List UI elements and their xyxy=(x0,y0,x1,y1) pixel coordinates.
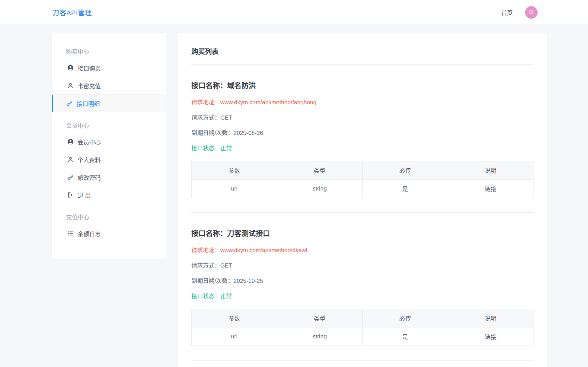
page-title: 购买列表 xyxy=(191,46,534,56)
title-divider xyxy=(191,64,534,65)
request-url-value: www.dkym.com/api/method/dkewl xyxy=(220,247,307,254)
col-type: 类型 xyxy=(277,309,363,327)
sidebar-item-api-purchase[interactable]: 接口购买 xyxy=(52,59,166,77)
api-expire: 到期日期/次数：2025-10-25 xyxy=(191,276,534,285)
cell-required: 是 xyxy=(363,327,448,346)
api-request-method: 请求方式：GET xyxy=(191,261,534,269)
expire-value: 2025-08-26 xyxy=(234,130,263,136)
param-table: 参数 类型 必传 说明 url string 是 链接 xyxy=(191,161,534,198)
col-param: 参数 xyxy=(192,161,277,180)
cell-type: string xyxy=(277,180,363,198)
col-param: 参数 xyxy=(192,309,277,327)
api-name-label: 接口名称： xyxy=(191,81,227,89)
status-value: 正常 xyxy=(220,293,232,300)
sidebar-section-purchase-center: 购买中心 xyxy=(52,38,166,59)
user-circle-icon xyxy=(67,64,74,71)
sidebar-item-logout[interactable]: 退 出 xyxy=(52,186,166,204)
key-icon xyxy=(67,174,74,181)
sidebar-item-label: 卡密充值 xyxy=(78,81,101,90)
header-right: 首页 D xyxy=(501,6,538,19)
expire-value: 2025-10-25 xyxy=(234,278,263,284)
sidebar: 购买中心 接口购买 卡密充值 接口明细 会员中心 会员中心 xyxy=(52,33,166,259)
sidebar-item-api-detail[interactable]: 接口明细 xyxy=(52,94,166,112)
sidebar-item-profile[interactable]: 个人资料 xyxy=(52,151,166,168)
sidebar-item-label: 个人资料 xyxy=(78,155,101,164)
api-status: 接口状态：正常 xyxy=(191,291,534,300)
api-request-url: 请求地址：www.dkym.com/api/method/dkewl xyxy=(191,245,534,254)
request-method-label: 请求方式： xyxy=(191,262,220,269)
col-type: 类型 xyxy=(277,161,363,180)
col-desc: 说明 xyxy=(448,309,534,327)
param-table: 参数 类型 必传 说明 url string 是 链接 xyxy=(191,309,534,346)
status-label: 接口状态： xyxy=(191,145,220,152)
purchase-list-card: 购买列表 接口名称：域名防洪 请求地址：www.dkym.com/api/met… xyxy=(178,33,547,367)
request-method-label: 请求方式： xyxy=(191,114,220,121)
api-name-value: 域名防洪 xyxy=(227,81,256,89)
expire-label: 到期日期/次数： xyxy=(191,278,234,284)
api-name: 接口名称：域名防洪 xyxy=(191,80,534,90)
request-url-value: www.dkym.com/api/method/fanghong xyxy=(220,99,317,106)
expire-label: 到期日期/次数： xyxy=(191,130,234,136)
api-block-dkewl: 接口名称：刀客测试接口 请求地址：www.dkym.com/api/method… xyxy=(191,228,534,361)
api-name-label: 接口名称： xyxy=(191,229,227,237)
sidebar-section-member-center: 会员中心 xyxy=(52,112,166,133)
request-method-value: GET xyxy=(220,262,232,269)
api-status: 接口状态：正常 xyxy=(191,143,534,152)
api-request-url: 请求地址：www.dkym.com/api/method/fanghong xyxy=(191,97,534,106)
sidebar-item-label: 接口明细 xyxy=(77,99,100,108)
block-divider xyxy=(191,212,534,213)
sidebar-item-change-password[interactable]: 修改密码 xyxy=(52,168,166,186)
col-required: 必传 xyxy=(363,161,448,180)
api-block-fanghong: 接口名称：域名防洪 请求地址：www.dkym.com/api/method/f… xyxy=(191,80,534,213)
cell-desc: 链接 xyxy=(448,327,534,346)
sidebar-item-balance-log[interactable]: 余额日志 xyxy=(52,225,166,242)
sidebar-item-label: 退 出 xyxy=(78,191,91,199)
user-circle-icon xyxy=(67,138,74,145)
list-icon xyxy=(67,230,74,237)
api-name-value: 刀客测试接口 xyxy=(227,229,270,237)
api-expire: 到期日期/次数：2025-08-26 xyxy=(191,128,534,137)
api-name: 接口名称：刀客测试接口 xyxy=(191,228,534,238)
cell-desc: 链接 xyxy=(448,180,534,198)
status-label: 接口状态： xyxy=(191,293,220,300)
user-outline-icon xyxy=(67,82,74,89)
sign-out-icon xyxy=(67,192,74,198)
col-required: 必传 xyxy=(363,309,448,327)
request-url-label: 请求地址： xyxy=(191,99,220,106)
user-outline-icon xyxy=(67,156,74,163)
cell-type: string xyxy=(277,327,363,346)
param-table-header-row: 参数 类型 必传 说明 xyxy=(192,309,534,327)
user-avatar[interactable]: D xyxy=(525,6,538,19)
block-divider xyxy=(191,360,534,361)
top-header: 刀客API管理 首页 D xyxy=(0,0,588,25)
sidebar-item-label: 修改密码 xyxy=(78,173,101,182)
cell-param: url xyxy=(192,327,277,346)
sidebar-section-recharge-center: 充值中心 xyxy=(52,204,166,225)
avatar-letter: D xyxy=(529,9,533,16)
sidebar-item-card-recharge[interactable]: 卡密充值 xyxy=(52,77,166,94)
request-method-value: GET xyxy=(220,114,232,121)
sidebar-item-label: 接口购买 xyxy=(78,64,101,72)
col-desc: 说明 xyxy=(448,161,534,180)
sidebar-item-member-center[interactable]: 会员中心 xyxy=(52,133,166,151)
param-table-header-row: 参数 类型 必传 说明 xyxy=(192,161,534,180)
param-table-row: url string 是 链接 xyxy=(192,180,534,198)
cell-param: url xyxy=(192,180,277,198)
sidebar-item-label: 余额日志 xyxy=(78,229,101,238)
request-url-label: 请求地址： xyxy=(191,247,220,254)
page-body: 购买中心 接口购买 卡密充值 接口明细 会员中心 会员中心 xyxy=(0,25,588,367)
status-value: 正常 xyxy=(220,145,232,152)
key-icon xyxy=(66,100,73,107)
cell-required: 是 xyxy=(363,180,448,198)
sidebar-item-label: 会员中心 xyxy=(78,138,101,146)
param-table-row: url string 是 链接 xyxy=(192,327,534,346)
nav-home-link[interactable]: 首页 xyxy=(501,8,513,17)
api-request-method: 请求方式：GET xyxy=(191,113,534,121)
app-title[interactable]: 刀客API管理 xyxy=(52,7,92,17)
